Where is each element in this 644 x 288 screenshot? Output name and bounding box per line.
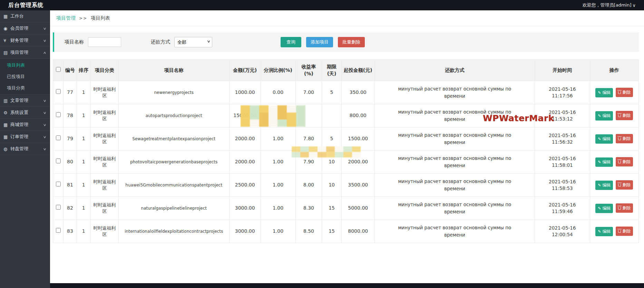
delete-button[interactable]: 删除 [616, 88, 633, 97]
delete-button[interactable]: 删除 [616, 111, 633, 120]
repay-method-cell: минутный расчет возврат основной суммы п… [374, 127, 535, 150]
column-header: 项目分类 [91, 60, 119, 81]
user-menu[interactable]: 欢迎您，管理员[admin] ∨ [583, 2, 636, 8]
trash-icon [618, 184, 621, 186]
row-checkbox[interactable] [56, 112, 61, 117]
edit-button[interactable]: ✎编辑 [595, 88, 613, 97]
delete-button[interactable]: 删除 [616, 227, 633, 236]
delete-button[interactable]: 删除 [616, 157, 633, 166]
delete-button[interactable]: 删除 [616, 203, 633, 213]
sidebar-subitem[interactable]: 项目分类 [0, 82, 50, 94]
sidebar: ▦工作台◉会员管理∨¥财务管理∨▤项目管理∧项目列表已投项目项目分类▥文章管理∨… [0, 10, 50, 288]
table-cell: 时时返福利区 [91, 173, 119, 196]
sidebar-item-8[interactable]: ◍转盘管理∨ [0, 143, 50, 155]
add-project-button[interactable]: 添加项目 [306, 37, 333, 47]
sidebar-item-3[interactable]: ▤项目管理∧ [0, 47, 50, 59]
row-checkbox[interactable] [56, 228, 61, 233]
edit-button[interactable]: ✎编辑 [595, 157, 613, 167]
table-cell: 800.00 [341, 104, 374, 127]
sidebar-item-6[interactable]: ▦商城管理∨ [0, 119, 50, 131]
row-checkbox[interactable] [56, 159, 61, 163]
edit-button[interactable]: ✎编辑 [595, 134, 613, 144]
table-cell: 79 [64, 127, 77, 150]
table-cell: 77 [64, 81, 77, 104]
table-cell: 3500.00 [341, 173, 374, 196]
app-title: 后台管理系统 [8, 2, 43, 9]
pixelated-watermark-patch [292, 146, 361, 157]
column-header: 项目名称 [118, 60, 229, 81]
table-cell: Sewagetreatmentplantexpansionproject [118, 127, 229, 150]
trash-icon [618, 114, 621, 117]
edit-pencil-icon: ✎ [598, 160, 601, 164]
repay-method-select[interactable]: 全部 [174, 37, 212, 47]
table-cell: 350.00 [341, 81, 374, 104]
table-row: 771时时返福利区newenergyprojects1000.000.007.0… [53, 81, 639, 104]
members-icon: ◉ [3, 26, 10, 31]
breadcrumb-separator: >> [79, 16, 87, 21]
table-row: 821时时返福利区naturalgaspipelinetielineprojec… [53, 196, 639, 220]
trash-icon [618, 91, 621, 94]
breadcrumb: 项目管理 >> 项目列表 [50, 10, 644, 26]
articles-icon: ▥ [3, 98, 10, 103]
orders-icon: ▦ [3, 134, 10, 140]
edit-button[interactable]: ✎编辑 [595, 204, 613, 213]
edit-button[interactable]: ✎编辑 [595, 227, 613, 236]
chevron-down-icon: ∨ [43, 147, 46, 151]
edit-button[interactable]: ✎编辑 [595, 111, 613, 121]
table-cell: 2500.00 [229, 173, 261, 196]
sidebar-item-7[interactable]: ▦订单管理∨ [0, 131, 50, 143]
table-cell: 81 [64, 173, 77, 196]
table-cell: huawei5Gmobilecommunicationspatentprojec… [118, 173, 229, 196]
table-cell: 1.00 [261, 220, 295, 243]
table-cell: 7.00 [295, 81, 322, 104]
actions-cell: ✎编辑删除 [590, 104, 638, 127]
table-cell: 78 [64, 104, 77, 127]
sidebar-subitem[interactable]: 已投项目 [0, 71, 50, 82]
table-cell: naturalgaspipelinetielineproject [118, 196, 229, 220]
chevron-down-icon: ∨ [632, 3, 636, 8]
table-cell: 3000.00 [229, 196, 261, 220]
table-cell: 1 [77, 127, 90, 150]
sidebar-item-0[interactable]: ▦工作台 [0, 10, 50, 22]
table-cell: 1000.00 [229, 81, 261, 104]
start-time-cell: 2021-05-1612:00:54 [535, 220, 590, 243]
trash-icon [618, 161, 621, 163]
trash-icon [618, 230, 621, 233]
project-name-input[interactable] [88, 37, 121, 47]
table-cell: 时时返福利区 [91, 104, 119, 127]
sidebar-item-5[interactable]: ⚙系统设置∨ [0, 107, 50, 119]
start-time-cell: 2021-05-1611:59:46 [535, 196, 590, 220]
table-cell: 8.00 [295, 173, 322, 196]
sidebar-item-1[interactable]: ◉会员管理∨ [0, 22, 50, 35]
select-all-checkbox[interactable] [56, 67, 61, 72]
table-cell: 2000.00 [229, 150, 261, 173]
sidebar-item-label: 财务管理 [10, 37, 43, 44]
sidebar-item-label: 工作台 [10, 13, 46, 19]
batch-delete-button[interactable]: 批量删除 [338, 37, 365, 47]
table-cell: 5000.00 [341, 196, 374, 220]
row-checkbox[interactable] [56, 182, 61, 186]
delete-button[interactable]: 删除 [616, 134, 633, 143]
edit-button[interactable]: ✎编辑 [595, 181, 613, 190]
start-time-cell: 2021-05-1611:56:32 [535, 127, 590, 150]
breadcrumb-link-project-management[interactable]: 项目管理 [56, 15, 76, 21]
table-cell: 1.00 [261, 173, 295, 196]
sidebar-item-label: 文章管理 [10, 97, 43, 104]
table-cell: 1.00 [261, 127, 295, 150]
search-button[interactable]: 查询 [281, 37, 301, 47]
sidebar-item-2[interactable]: ¥财务管理∨ [0, 35, 50, 47]
row-checkbox[interactable] [56, 135, 61, 140]
delete-button[interactable]: 删除 [616, 180, 633, 190]
row-checkbox[interactable] [56, 89, 61, 94]
column-header: 金额(万元) [229, 60, 261, 81]
chevron-down-icon: ∨ [43, 111, 46, 115]
column-header: 期限(天) [322, 60, 342, 81]
table-row: 831时时返福利区internationaloilfieldexploitati… [53, 220, 639, 243]
sidebar-item-4[interactable]: ▥文章管理∨ [0, 95, 50, 107]
row-checkbox[interactable] [56, 205, 61, 210]
projects-icon: ▤ [3, 50, 10, 55]
repay-method-cell: минутный расчет возврат основной суммы п… [374, 196, 535, 220]
sidebar-subitem[interactable]: 项目列表 [0, 59, 50, 71]
table-cell: 时时返福利区 [91, 220, 119, 243]
edit-pencil-icon: ✎ [598, 137, 601, 141]
